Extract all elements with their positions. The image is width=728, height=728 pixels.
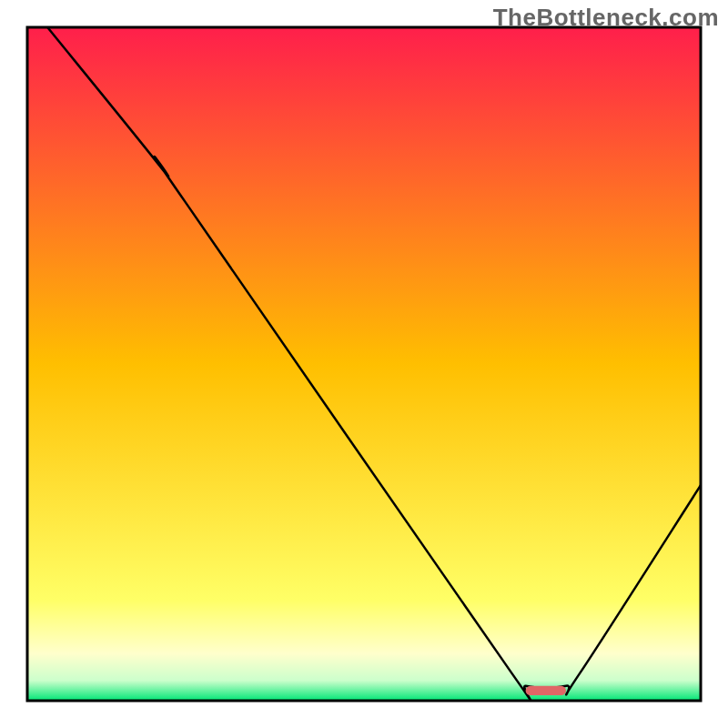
chart-container: TheBottleneck.com [0,0,728,728]
bottleneck-chart [0,0,728,728]
watermark-label: TheBottleneck.com [493,4,719,32]
optimal-range-marker [526,686,566,695]
